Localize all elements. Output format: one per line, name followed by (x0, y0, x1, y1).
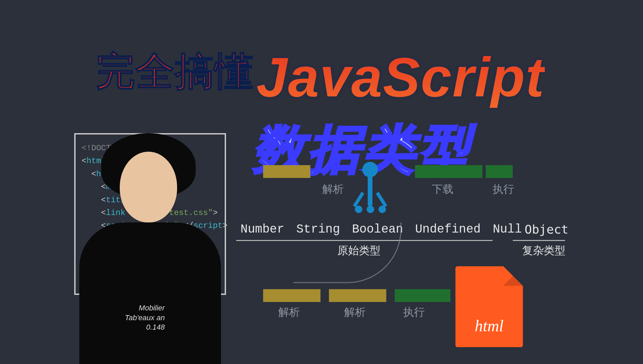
label-parse-b2: 解析 (344, 305, 366, 320)
title-chinese: 完全搞懂 (96, 46, 254, 98)
type-null: Null (493, 222, 522, 236)
arrow-arc (293, 222, 401, 283)
file-icon-label: html (475, 316, 503, 335)
shirt-text: Mobilier Tab'eaux an 0.148 (125, 303, 165, 332)
presenter-figure: Mobilier Tab'eaux an 0.148 (69, 128, 224, 364)
divider-complex (513, 240, 565, 241)
label-exec-b: 执行 (403, 305, 425, 320)
bottom-bar-exec (395, 289, 450, 302)
type-object: Object (525, 222, 568, 236)
title-javascript: JavaScript (256, 46, 545, 109)
bottom-bar-parse-2 (329, 289, 386, 302)
type-undefined: Undefined (415, 222, 481, 236)
label-complex: 复杂类型 (522, 243, 565, 258)
label-parse-b1: 解析 (278, 305, 300, 320)
html-file-icon: html (455, 266, 523, 347)
timeline-bar-parse (263, 165, 310, 178)
bottom-bar-parse-1 (263, 289, 320, 302)
tree-icon (347, 165, 395, 219)
timeline-bar-exec (486, 165, 513, 178)
timeline-bar-download (415, 165, 482, 178)
type-number: Number (241, 222, 284, 236)
label-parse: 解析 (322, 182, 344, 197)
label-download: 下载 (432, 182, 453, 197)
label-exec: 执行 (493, 182, 514, 197)
